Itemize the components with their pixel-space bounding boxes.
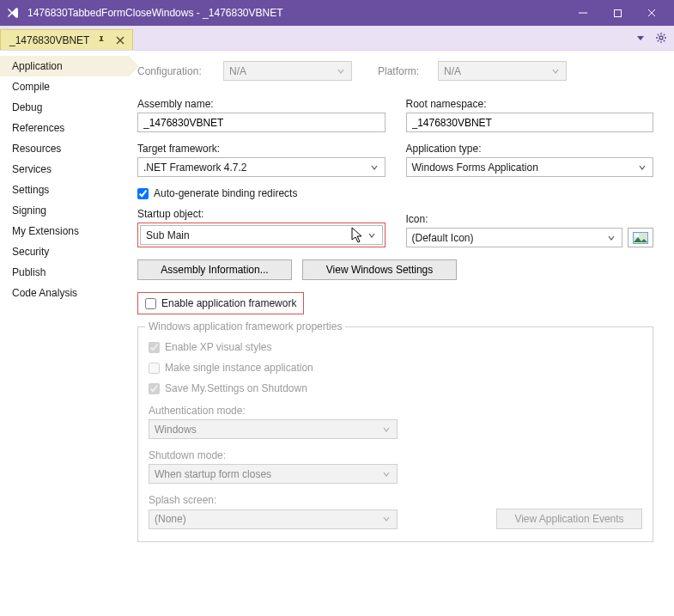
assembly-name-input[interactable] — [137, 113, 386, 132]
sidebar-item-resources[interactable]: Resources — [0, 138, 129, 159]
sidebar-item-signing[interactable]: Signing — [0, 200, 129, 221]
gear-icon[interactable] — [653, 30, 669, 46]
root-namespace-input[interactable] — [406, 113, 654, 132]
splash-screen-label: Splash screen: — [149, 494, 642, 506]
visual-studio-icon — [5, 5, 21, 21]
body: ApplicationCompileDebugReferencesResourc… — [0, 50, 674, 616]
sidebar-item-references[interactable]: References — [0, 118, 129, 138]
sidebar-item-services[interactable]: Services — [0, 159, 129, 180]
configuration-value: N/A — [229, 65, 246, 77]
tab-menu-icon[interactable] — [633, 30, 648, 46]
svg-rect-1 — [614, 9, 621, 16]
svg-point-17 — [641, 235, 645, 238]
tab-close-icon[interactable] — [113, 34, 127, 47]
auth-mode-label: Authentication mode: — [149, 405, 642, 417]
main-panel: Configuration: N/A Platform: N/A Assembl… — [129, 51, 674, 616]
tab-strip: _1476830VBNET — [0, 26, 674, 50]
sidebar-item-debug[interactable]: Debug — [0, 97, 129, 118]
configuration-label: Configuration: — [137, 65, 215, 77]
startup-object-select[interactable]: Sub Main — [140, 225, 383, 245]
startup-object-value: Sub Main — [146, 229, 190, 241]
close-button[interactable] — [635, 0, 669, 26]
chevron-down-icon — [380, 423, 393, 436]
tab-label: _1476830VBNET — [9, 34, 89, 46]
sidebar-item-application[interactable]: Application — [0, 56, 129, 76]
chevron-down-icon — [365, 229, 379, 242]
titlebar: 1476830TabbedFormCloseWindows - _1476830… — [0, 0, 674, 26]
save-settings-checkbox: Save My.Settings on Shutdown — [149, 382, 642, 394]
xp-styles-checkbox: Enable XP visual styles — [149, 341, 642, 353]
sidebar-item-settings[interactable]: Settings — [0, 180, 129, 200]
row-target-apptype: Target framework: .NET Framework 4.7.2 A… — [137, 143, 653, 177]
auth-mode-value: Windows — [155, 424, 197, 436]
row-assembly-root: Assembly name: Root namespace: — [137, 98, 653, 132]
auto-generate-label: Auto-generate binding redirects — [154, 187, 297, 199]
startup-highlight: Sub Main — [137, 223, 386, 247]
svg-line-11 — [658, 34, 659, 35]
single-instance-input — [149, 363, 160, 374]
target-framework-value: .NET Framework 4.7.2 — [143, 162, 246, 174]
chevron-down-icon — [635, 161, 649, 174]
maximize-button[interactable] — [600, 0, 635, 26]
single-instance-label: Make single instance application — [165, 362, 313, 374]
svg-line-14 — [658, 40, 659, 41]
pin-icon[interactable] — [94, 34, 108, 47]
platform-select: N/A — [438, 61, 567, 81]
svg-rect-16 — [635, 234, 639, 237]
shutdown-mode-label: Shutdown mode: — [149, 449, 642, 461]
button-row: Assembly Information... View Windows Set… — [137, 259, 653, 280]
group-legend: Windows application framework properties — [145, 320, 345, 332]
chevron-down-icon — [380, 467, 393, 481]
single-instance-checkbox: Make single instance application — [149, 362, 642, 374]
splash-screen-select: (None) — [149, 509, 398, 529]
platform-value: N/A — [444, 65, 461, 77]
enable-app-framework-input[interactable] — [145, 298, 156, 309]
sidebar-item-my-extensions[interactable]: My Extensions — [0, 221, 129, 241]
sidebar-item-code-analysis[interactable]: Code Analysis — [0, 283, 129, 303]
icon-label: Icon: — [406, 213, 654, 225]
shutdown-mode-select: When startup form closes — [149, 464, 398, 484]
icon-preview-button[interactable] — [628, 228, 653, 247]
save-settings-label: Save My.Settings on Shutdown — [165, 382, 307, 394]
minimize-button[interactable] — [566, 0, 600, 26]
chevron-down-icon — [549, 64, 562, 78]
svg-line-13 — [664, 34, 665, 35]
chevron-down-icon — [380, 512, 393, 526]
sidebar-item-compile[interactable]: Compile — [0, 76, 129, 97]
auto-generate-input[interactable] — [137, 188, 149, 199]
application-type-value: Windows Forms Application — [412, 162, 538, 174]
config-row: Configuration: N/A Platform: N/A — [137, 61, 653, 81]
xp-styles-label: Enable XP visual styles — [165, 341, 272, 353]
enable-app-framework-label: Enable application framework — [161, 297, 296, 309]
row-startup-icon: Startup object: Sub Main Icon: (Default … — [137, 208, 653, 247]
application-type-select[interactable]: Windows Forms Application — [406, 157, 654, 177]
tabstrip-right — [633, 26, 669, 50]
svg-point-6 — [659, 36, 663, 40]
framework-properties-group: Windows application framework properties… — [137, 326, 653, 542]
sidebar-item-security[interactable]: Security — [0, 241, 129, 262]
assembly-name-label: Assembly name: — [137, 98, 386, 110]
enable-app-framework-checkbox[interactable]: Enable application framework — [140, 295, 301, 312]
save-settings-input — [149, 383, 160, 394]
splash-screen-value: (None) — [155, 513, 186, 525]
chevron-down-icon — [604, 231, 618, 245]
auto-generate-checkbox[interactable]: Auto-generate binding redirects — [137, 187, 653, 199]
assembly-information-button[interactable]: Assembly Information... — [137, 259, 292, 280]
target-framework-select[interactable]: .NET Framework 4.7.2 — [137, 157, 386, 177]
view-windows-settings-button[interactable]: View Windows Settings — [302, 259, 457, 280]
document-tab[interactable]: _1476830VBNET — [0, 29, 133, 50]
platform-label: Platform: — [378, 65, 429, 77]
icon-select[interactable]: (Default Icon) — [406, 228, 623, 247]
application-type-label: Application type: — [406, 143, 654, 155]
icon-value: (Default Icon) — [412, 232, 474, 244]
chevron-down-icon — [334, 64, 348, 78]
xp-styles-input — [149, 342, 160, 353]
shutdown-mode-value: When startup form closes — [155, 468, 271, 480]
auth-mode-select: Windows — [149, 419, 398, 439]
sidebar-item-publish[interactable]: Publish — [0, 262, 129, 283]
enable-framework-highlight: Enable application framework — [137, 292, 304, 314]
svg-line-12 — [664, 40, 665, 41]
startup-object-label: Startup object: — [137, 208, 386, 220]
view-application-events-button: View Application Events — [496, 509, 642, 529]
target-framework-label: Target framework: — [137, 143, 386, 155]
